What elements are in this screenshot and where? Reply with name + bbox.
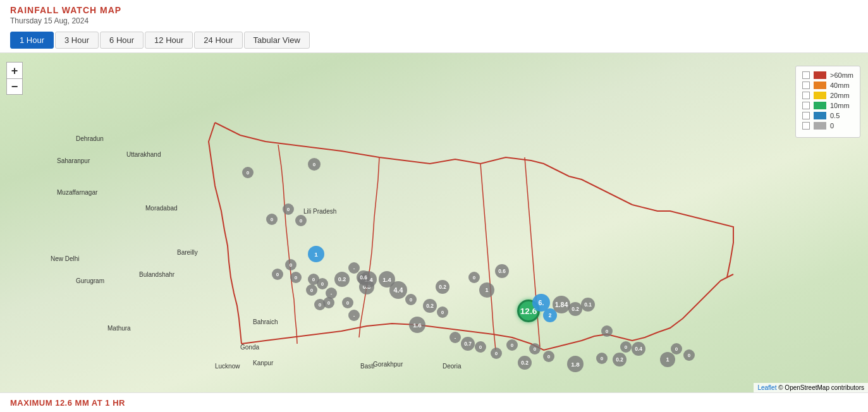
marker-m55[interactable]: 0	[306, 284, 317, 296]
zoom-controls: + −	[6, 62, 23, 95]
marker-m27[interactable]: 1.84	[553, 296, 570, 313]
legend-item-0_5mm: 0.5	[802, 112, 853, 119]
marker-m37[interactable]: 0	[671, 343, 682, 354]
legend-checkbox-40mm[interactable]	[802, 82, 810, 89]
marker-m22[interactable]: 1	[479, 282, 494, 298]
marker-m8[interactable]: 0	[290, 272, 302, 283]
marker-m5[interactable]: 0	[295, 215, 307, 226]
marker-m21[interactable]: 0	[468, 272, 480, 283]
legend-color-10mm	[814, 102, 826, 109]
legend-label-60mm: >60mm	[830, 71, 853, 79]
marker-m30[interactable]: 1.8	[567, 356, 584, 372]
legend-checkbox-0_5mm[interactable]	[802, 112, 810, 119]
tab-1hr[interactable]: 1 Hour	[10, 32, 54, 49]
legend-checkbox-60mm[interactable]	[802, 71, 810, 79]
marker-m40[interactable]: 0	[529, 343, 541, 354]
marker-m45[interactable]: 0.7	[461, 337, 475, 351]
date-label: Thursday 15 Aug, 2024	[10, 16, 858, 25]
marker-m1[interactable]: 0	[308, 158, 321, 171]
map-background	[0, 53, 868, 392]
legend-label-0_5mm: 0.5	[830, 112, 840, 119]
legend-label-40mm: 40mm	[830, 82, 850, 89]
map-container[interactable]: + − >60mm 40mm 20mm 10mm	[0, 53, 868, 392]
tab-tabular[interactable]: Tabular View	[244, 32, 310, 49]
marker-m33[interactable]: 0.2	[613, 353, 627, 367]
marker-m3[interactable]: 0	[283, 203, 294, 215]
legend-color-0mm	[814, 122, 826, 130]
page-wrapper: RAINFALL WATCH MAP Thursday 15 Aug, 2024…	[0, 0, 868, 412]
legend-item-40mm: 40mm	[802, 82, 853, 89]
legend-item-20mm: 20mm	[802, 92, 853, 99]
marker-m43[interactable]: 0	[491, 348, 502, 359]
marker-m20[interactable]: 0.2	[423, 299, 437, 313]
marker-m23[interactable]: 0.6	[495, 264, 509, 278]
legend-item-0mm: 0	[802, 122, 853, 130]
legend-color-40mm	[814, 82, 826, 89]
legend-color-20mm	[814, 92, 826, 99]
marker-m42[interactable]: 0	[506, 339, 518, 351]
osm-attribution: © OpenStreetMap contributors	[778, 384, 864, 391]
marker-m41[interactable]: 0	[543, 351, 554, 362]
marker-m17[interactable]: 0.6	[357, 270, 370, 284]
marker-m32[interactable]: 0	[601, 325, 613, 337]
legend-checkbox-10mm[interactable]	[802, 102, 810, 109]
marker-m49[interactable]: 0	[342, 297, 353, 308]
zoom-out-button[interactable]: −	[6, 78, 23, 95]
marker-m44[interactable]: 0	[475, 341, 486, 353]
header: RAINFALL WATCH MAP Thursday 15 Aug, 2024	[0, 0, 868, 28]
marker-m6[interactable]: 1	[308, 246, 324, 262]
tab-3hr[interactable]: 3 Hour	[55, 32, 99, 49]
marker-m31[interactable]: 0	[596, 353, 608, 364]
marker-m48[interactable]: 0	[405, 294, 417, 305]
tabs-bar: 1 Hour 3 Hour 6 Hour 12 Hour 24 Hour Tab…	[0, 28, 868, 53]
marker-m16[interactable]: 4.4	[389, 281, 407, 299]
marker-m56[interactable]: 0	[323, 297, 334, 308]
tab-12hr[interactable]: 12 Hour	[145, 32, 193, 49]
app-title: RAINFALL WATCH MAP	[10, 5, 858, 15]
marker-m35[interactable]: 0.4	[632, 342, 645, 356]
legend-label-0mm: 0	[830, 122, 834, 130]
legend-checkbox-20mm[interactable]	[802, 92, 810, 99]
marker-m10[interactable]: 0.2	[334, 272, 350, 287]
marker-m54[interactable]: 0	[317, 278, 328, 289]
legend: >60mm 40mm 20mm 10mm 0.5	[795, 66, 860, 138]
legend-label-10mm: 10mm	[830, 102, 850, 109]
zoom-in-button[interactable]: +	[6, 62, 23, 78]
bottom-bar: MAXIMUM 12.6 MM AT 1 HR	[0, 392, 868, 412]
legend-color-60mm	[814, 71, 826, 79]
marker-m4[interactable]: 0	[266, 214, 278, 225]
legend-item-60mm: >60mm	[802, 71, 853, 79]
legend-color-0_5mm	[814, 112, 826, 119]
marker-m9[interactable]: 0	[285, 259, 296, 270]
marker-m36[interactable]: 1	[660, 352, 675, 367]
marker-m28[interactable]: 0.2	[568, 302, 582, 316]
marker-m18[interactable]: 1.6	[409, 317, 425, 333]
marker-m7[interactable]: 0	[272, 269, 283, 280]
marker-m19[interactable]: 0.2	[436, 280, 449, 294]
marker-m39[interactable]: 0.2	[518, 356, 532, 370]
marker-m50[interactable]: -	[348, 310, 360, 321]
marker-m38[interactable]: 0	[683, 349, 695, 361]
tab-6hr[interactable]: 6 Hour	[100, 32, 144, 49]
tab-24hr[interactable]: 24 Hour	[194, 32, 242, 49]
marker-m47[interactable]: 0	[437, 306, 448, 318]
legend-checkbox-0mm[interactable]	[802, 122, 810, 130]
marker-m46[interactable]: -	[449, 332, 461, 343]
legend-label-20mm: 20mm	[830, 92, 850, 99]
marker-m2[interactable]: 0	[242, 167, 254, 178]
leaflet-link[interactable]: Leaflet	[757, 384, 776, 391]
legend-item-10mm: 10mm	[802, 102, 853, 109]
max-label: MAXIMUM 12.6 MM AT 1 HR	[10, 398, 125, 408]
marker-m34[interactable]: 0	[620, 341, 632, 353]
marker-m29[interactable]: 0.1	[581, 298, 595, 312]
map-attribution: Leaflet © OpenStreetMap contributors	[754, 383, 868, 392]
